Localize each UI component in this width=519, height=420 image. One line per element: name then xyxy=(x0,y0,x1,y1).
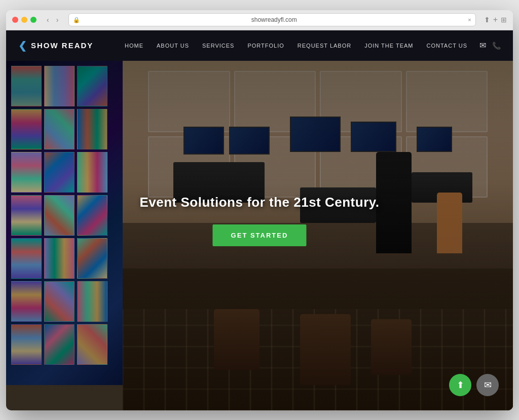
nav-email-icon[interactable]: ✉ xyxy=(479,41,486,50)
nav-phone-icon[interactable]: 📞 xyxy=(492,42,501,50)
minimize-window-button[interactable] xyxy=(21,17,27,23)
nav-about[interactable]: ABOUT US xyxy=(151,39,195,53)
navbar: ❮ SHOW READY HOME ABOUT US SERVICES PORT… xyxy=(6,30,513,61)
nav-home[interactable]: HOME xyxy=(119,39,150,53)
close-window-button[interactable] xyxy=(12,17,18,23)
browser-titlebar: ‹ › 🔒 showreadyfl.com × ⬆ + ⊞ xyxy=(6,10,513,30)
close-tab-button[interactable]: × xyxy=(468,17,471,23)
share-browser-icon[interactable]: ⬆ xyxy=(484,16,490,24)
logo-chevron-icon: ❮ xyxy=(18,40,27,52)
maximize-window-button[interactable] xyxy=(30,17,36,23)
fab-share-button[interactable]: ⬆ xyxy=(449,374,471,396)
security-icon: 🔒 xyxy=(73,17,80,23)
nav-links: HOME ABOUT US SERVICES PORTFOLIO REQUEST… xyxy=(119,39,473,53)
nav-portfolio[interactable]: PORTFOLIO xyxy=(241,39,290,53)
website-container: ❮ SHOW READY HOME ABOUT US SERVICES PORT… xyxy=(6,30,513,410)
logo-text: SHOW READY xyxy=(31,41,93,50)
nav-contact[interactable]: CONTACT US xyxy=(421,39,474,53)
fab-container: ⬆ ✉ xyxy=(449,374,499,396)
email-icon: ✉ xyxy=(484,379,492,391)
traffic-lights xyxy=(12,17,36,23)
browser-window: ‹ › 🔒 showreadyfl.com × ⬆ + ⊞ xyxy=(6,10,513,410)
share-icon: ⬆ xyxy=(457,379,464,391)
logo[interactable]: ❮ SHOW READY xyxy=(18,40,93,52)
nav-services[interactable]: SERVICES xyxy=(196,39,240,53)
new-tab-icon[interactable]: + xyxy=(493,15,498,24)
hero-headline: Event Solutions for the 21st Century. xyxy=(139,195,379,210)
back-button[interactable]: ‹ xyxy=(45,15,51,25)
browser-actions: ⬆ + ⊞ xyxy=(484,15,507,24)
nav-request-labor[interactable]: REQUEST LABOR xyxy=(291,39,357,53)
cta-get-started-button[interactable]: GET STARTED xyxy=(213,224,307,246)
fab-email-button[interactable]: ✉ xyxy=(476,374,499,396)
nav-icons: ✉ 📞 xyxy=(479,41,501,50)
forward-button[interactable]: › xyxy=(54,15,61,25)
address-bar[interactable]: 🔒 showreadyfl.com × xyxy=(68,13,475,26)
grid-icon[interactable]: ⊞ xyxy=(501,16,507,24)
browser-controls: ‹ › xyxy=(45,15,60,25)
url-text: showreadyfl.com xyxy=(83,16,465,23)
nav-join-team[interactable]: JOIN THE TEAM xyxy=(358,39,419,53)
hero-content: Event Solutions for the 21st Century. GE… xyxy=(139,195,379,246)
